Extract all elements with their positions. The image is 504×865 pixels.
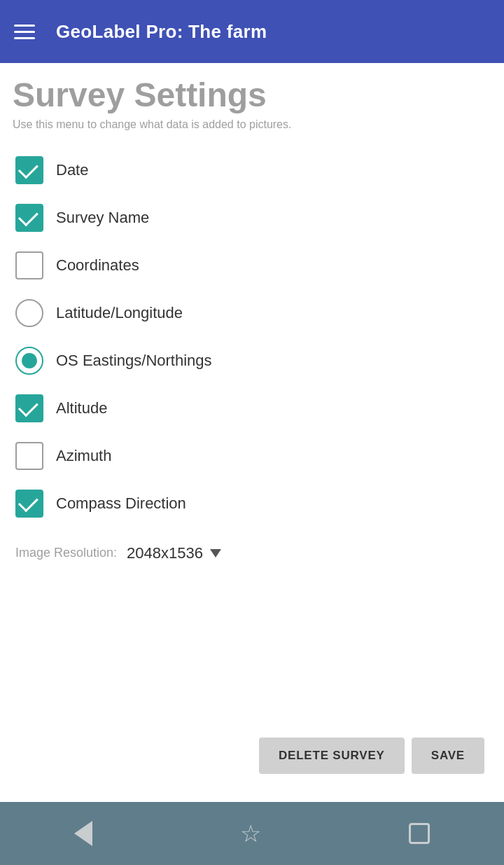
star-icon: ☆ bbox=[240, 822, 261, 845]
resolution-label: Image Resolution: bbox=[15, 546, 117, 560]
dropdown-arrow-icon bbox=[210, 549, 221, 558]
checkbox-compass-direction[interactable] bbox=[15, 490, 43, 518]
setting-label-coordinates: Coordinates bbox=[56, 256, 139, 275]
main-content: Survey Settings Use this menu to change … bbox=[0, 63, 504, 802]
square-icon bbox=[409, 823, 430, 844]
setting-item-os-eastings[interactable]: OS Eastings/Northings bbox=[13, 337, 491, 385]
nav-recent-button[interactable] bbox=[395, 816, 444, 851]
setting-label-compass-direction: Compass Direction bbox=[56, 494, 186, 513]
delete-survey-button[interactable]: DELETE SURVEY bbox=[259, 738, 405, 774]
page-title: Survey Settings bbox=[13, 77, 491, 114]
resolution-dropdown[interactable]: 2048x1536 bbox=[127, 544, 221, 562]
nav-bar: ☆ bbox=[0, 802, 504, 865]
header-title: GeoLabel Pro: The farm bbox=[56, 21, 267, 43]
resolution-row: Image Resolution: 2048x1536 bbox=[13, 532, 491, 575]
nav-home-button[interactable]: ☆ bbox=[226, 815, 275, 852]
setting-label-lat-long: Latitude/Longitude bbox=[56, 304, 183, 322]
setting-item-date[interactable]: Date bbox=[13, 146, 491, 194]
menu-button[interactable] bbox=[14, 25, 35, 39]
radio-os-eastings[interactable] bbox=[15, 347, 43, 375]
resolution-value: 2048x1536 bbox=[127, 544, 203, 562]
back-icon bbox=[74, 821, 92, 846]
checkbox-date[interactable] bbox=[15, 156, 43, 184]
checkbox-survey-name[interactable] bbox=[15, 204, 43, 232]
setting-label-azimuth: Azimuth bbox=[56, 447, 111, 465]
app-header: GeoLabel Pro: The farm bbox=[0, 0, 504, 63]
checkbox-azimuth[interactable] bbox=[15, 442, 43, 470]
setting-item-survey-name[interactable]: Survey Name bbox=[13, 194, 491, 242]
setting-item-azimuth[interactable]: Azimuth bbox=[13, 432, 491, 480]
checkbox-coordinates[interactable] bbox=[15, 251, 43, 279]
page-subtitle: Use this menu to change what data is add… bbox=[13, 118, 491, 131]
setting-item-altitude[interactable]: Altitude bbox=[13, 385, 491, 432]
setting-label-date: Date bbox=[56, 161, 88, 179]
setting-item-coordinates[interactable]: Coordinates bbox=[13, 242, 491, 289]
setting-label-survey-name: Survey Name bbox=[56, 209, 149, 227]
save-button[interactable]: SAVE bbox=[412, 738, 484, 774]
radio-lat-long[interactable] bbox=[15, 299, 43, 327]
setting-label-os-eastings: OS Eastings/Northings bbox=[56, 352, 212, 370]
setting-item-lat-long[interactable]: Latitude/Longitude bbox=[13, 289, 491, 337]
bottom-buttons: DELETE SURVEY SAVE bbox=[13, 726, 491, 788]
setting-label-altitude: Altitude bbox=[56, 399, 107, 417]
checkbox-altitude[interactable] bbox=[15, 394, 43, 422]
settings-list: Date Survey Name Coordinates Latitude/Lo… bbox=[13, 146, 491, 527]
setting-item-compass-direction[interactable]: Compass Direction bbox=[13, 480, 491, 527]
nav-back-button[interactable] bbox=[60, 814, 106, 853]
